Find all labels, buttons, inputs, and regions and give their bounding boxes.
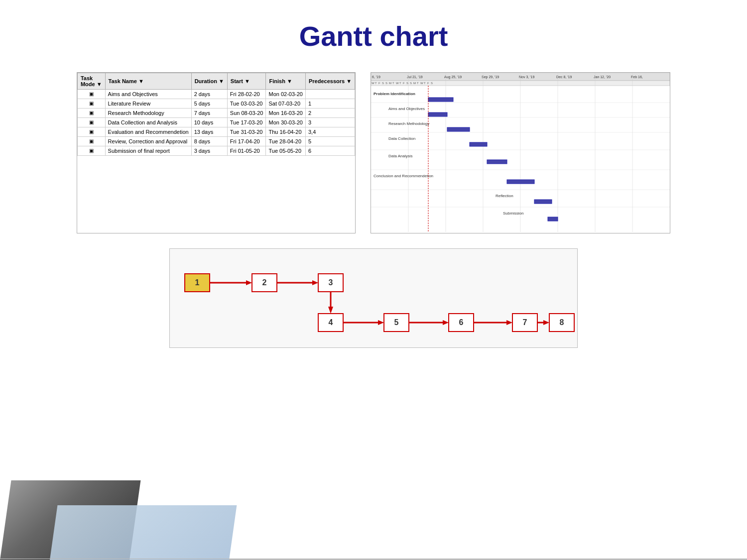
svg-text:Jan 12, '20: Jan 12, '20 bbox=[594, 75, 611, 79]
task-start-cell: Fri 28-02-20 bbox=[227, 90, 266, 99]
page-title: Gantt chart bbox=[0, 0, 747, 62]
svg-rect-44 bbox=[428, 98, 453, 102]
svg-text:Conclusion and Recommendetion: Conclusion and Recommendetion bbox=[374, 174, 433, 178]
task-table-container: TaskMode ▼ Task Name ▼ Duration ▼ Start … bbox=[77, 72, 356, 233]
svg-text:M: M bbox=[413, 82, 416, 85]
task-finish-cell: Thu 16-04-20 bbox=[266, 127, 306, 137]
svg-text:S: S bbox=[385, 82, 387, 85]
svg-text:Aug 25, '19: Aug 25, '19 bbox=[444, 75, 462, 79]
table-row: ▣ Data Collection and Analysis 10 days T… bbox=[77, 118, 355, 127]
task-mode-cell: ▣ bbox=[77, 99, 105, 109]
col-header-pred[interactable]: Predecessors ▼ bbox=[305, 73, 355, 90]
task-pred-cell: 6 bbox=[305, 146, 355, 156]
svg-text:Data Collection: Data Collection bbox=[388, 136, 415, 141]
task-mode-cell: ▣ bbox=[77, 127, 105, 137]
svg-marker-75 bbox=[378, 320, 384, 325]
network-svg: 1 2 3 4 5 bbox=[170, 249, 578, 348]
svg-text:5: 5 bbox=[394, 318, 399, 327]
task-pred-cell: 3,4 bbox=[305, 127, 355, 137]
task-start-cell: Sun 08-03-20 bbox=[227, 109, 266, 118]
svg-text:4: 4 bbox=[329, 318, 333, 327]
svg-text:Research Methodology: Research Methodology bbox=[388, 121, 429, 126]
svg-marker-79 bbox=[443, 320, 449, 325]
svg-rect-48 bbox=[447, 127, 470, 131]
svg-text:T: T bbox=[375, 82, 377, 85]
svg-text:Nov 3, '19: Nov 3, '19 bbox=[519, 75, 534, 79]
svg-text:W: W bbox=[372, 82, 374, 85]
task-duration-cell: 5 days bbox=[191, 99, 227, 109]
table-row: ▣ Research Methodology 7 days Sun 08-03-… bbox=[77, 109, 355, 118]
svg-text:W: W bbox=[420, 82, 423, 85]
task-mode-cell: ▣ bbox=[77, 146, 105, 156]
gantt-chart-container: 6, '19 Jul 21, '19 Aug 25, '19 Sep 29, '… bbox=[371, 72, 670, 233]
svg-text:1: 1 bbox=[195, 278, 200, 287]
col-header-name[interactable]: Task Name ▼ bbox=[105, 73, 191, 90]
svg-marker-83 bbox=[506, 320, 512, 325]
task-name-cell: Submission of final report bbox=[105, 146, 191, 156]
svg-text:Data Analysis: Data Analysis bbox=[388, 154, 412, 158]
svg-text:W: W bbox=[396, 82, 399, 85]
svg-text:7: 7 bbox=[523, 318, 527, 327]
task-table: TaskMode ▼ Task Name ▼ Duration ▼ Start … bbox=[77, 73, 355, 156]
svg-rect-50 bbox=[470, 142, 487, 146]
svg-text:T: T bbox=[399, 82, 401, 85]
task-duration-cell: 2 days bbox=[191, 90, 227, 99]
table-row: ▣ Review, Correction and Approval 8 days… bbox=[77, 137, 355, 146]
table-row: ▣ Literature Review 5 days Tue 03-03-20 … bbox=[77, 99, 355, 109]
task-duration-cell: 13 days bbox=[191, 127, 227, 137]
svg-rect-52 bbox=[487, 160, 507, 164]
task-name-cell: Evaluation and Recommendetion bbox=[105, 127, 191, 137]
svg-rect-54 bbox=[507, 180, 534, 184]
task-start-cell: Tue 31-03-20 bbox=[227, 127, 266, 137]
network-diagram: 1 2 3 4 5 bbox=[169, 248, 578, 348]
task-start-cell: Tue 03-03-20 bbox=[227, 99, 266, 109]
svg-text:Dec 8, '19: Dec 8, '19 bbox=[556, 75, 572, 79]
task-name-cell: Aims and Objectives bbox=[105, 90, 191, 99]
svg-text:T: T bbox=[417, 82, 419, 85]
task-duration-cell: 10 days bbox=[191, 118, 227, 127]
svg-text:Feb 16,: Feb 16, bbox=[631, 75, 643, 79]
svg-text:8: 8 bbox=[560, 318, 564, 327]
col-header-start[interactable]: Start ▼ bbox=[227, 73, 266, 90]
task-mode-cell: ▣ bbox=[77, 90, 105, 99]
task-duration-cell: 8 days bbox=[191, 137, 227, 146]
task-pred-cell: 1 bbox=[305, 99, 355, 109]
task-start-cell: Tue 17-03-20 bbox=[227, 118, 266, 127]
svg-text:Aims and Objectives: Aims and Objectives bbox=[388, 107, 425, 111]
task-finish-cell: Mon 16-03-20 bbox=[266, 109, 306, 118]
task-name-cell: Data Collection and Analysis bbox=[105, 118, 191, 127]
task-pred-cell: 3 bbox=[305, 118, 355, 127]
svg-rect-56 bbox=[534, 200, 552, 204]
task-finish-cell: Sat 07-03-20 bbox=[266, 99, 306, 109]
svg-text:Submission: Submission bbox=[503, 211, 523, 216]
svg-text:S: S bbox=[406, 82, 408, 85]
svg-text:Reflection: Reflection bbox=[496, 194, 513, 198]
col-header-duration[interactable]: Duration ▼ bbox=[191, 73, 227, 90]
gantt-svg: 6, '19 Jul 21, '19 Aug 25, '19 Sep 29, '… bbox=[371, 73, 670, 232]
col-header-finish[interactable]: Finish ▼ bbox=[266, 73, 306, 90]
svg-text:Jul 21, '19: Jul 21, '19 bbox=[407, 75, 423, 79]
task-finish-cell: Tue 05-05-20 bbox=[266, 146, 306, 156]
svg-text:Problem Identification: Problem Identification bbox=[374, 92, 415, 96]
svg-text:T: T bbox=[392, 82, 394, 85]
svg-rect-46 bbox=[428, 112, 447, 116]
task-name-cell: Literature Review bbox=[105, 99, 191, 109]
task-start-cell: Fri 17-04-20 bbox=[227, 137, 266, 146]
svg-text:S: S bbox=[382, 82, 384, 85]
task-pred-cell bbox=[305, 90, 355, 99]
task-finish-cell: Mon 02-03-20 bbox=[266, 90, 306, 99]
svg-text:3: 3 bbox=[329, 278, 333, 287]
svg-text:S: S bbox=[431, 82, 433, 85]
task-duration-cell: 7 days bbox=[191, 109, 227, 118]
svg-marker-87 bbox=[543, 320, 549, 325]
svg-text:S: S bbox=[410, 82, 412, 85]
svg-text:6: 6 bbox=[459, 318, 464, 327]
bottom-decoration bbox=[0, 470, 747, 560]
table-row: ▣ Evaluation and Recommendetion 13 days … bbox=[77, 127, 355, 137]
task-mode-cell: ▣ bbox=[77, 137, 105, 146]
task-mode-cell: ▣ bbox=[77, 118, 105, 127]
task-name-cell: Review, Correction and Approval bbox=[105, 137, 191, 146]
col-header-mode[interactable]: TaskMode ▼ bbox=[77, 73, 105, 90]
task-start-cell: Fri 01-05-20 bbox=[227, 146, 266, 156]
svg-marker-63 bbox=[246, 280, 252, 285]
